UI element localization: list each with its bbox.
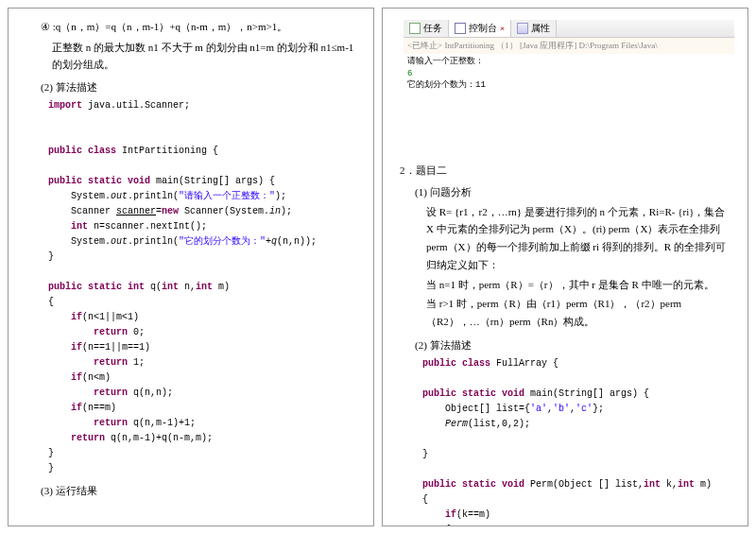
tab-tasks[interactable]: 任务 [404,20,449,37]
problem-analysis-label: (1) 问题分析 [415,185,734,199]
code-block-left: import java.util.Scanner; public class I… [22,98,360,476]
close-icon[interactable]: × [500,24,505,33]
console-icon [455,23,466,34]
tasks-icon [409,23,421,34]
formula-line: ④ :q（n，m）=q（n，m-1）+q（n-m，m），n>m>1。 [41,20,360,34]
tab-console[interactable]: 控制台 × [449,20,511,37]
console-panel: 任务 控制台 × 属性 <已终止> IntPartitioning （1） [J… [404,20,734,94]
formula-description: 正整数 n 的最大加数 n1 不大于 m 的划分由 n1=m 的划分和 n1≤m… [52,40,360,73]
problem-2-title: 2．题目二 [400,164,734,178]
tab-properties[interactable]: 属性 [511,20,557,37]
section-result: (3) 运行结果 [41,484,360,498]
code-block-right: public class FullArray { public static v… [396,356,734,526]
analysis-text-3: 当 r>1 时，perm（R）由（r1）perm（R1），（r2）perm（R2… [426,295,734,330]
analysis-text-1: 设 R= {r1，r2，…rn} 是要进行排列的 n 个元素，Ri=R- {ri… [426,203,734,274]
right-page: 任务 控制台 × 属性 <已终止> IntPartitioning （1） [J… [382,8,748,526]
properties-icon [517,23,528,34]
algorithm-label-2: (2) 算法描述 [415,338,734,353]
section-algorithm: (2) 算法描述 [41,80,360,95]
left-page: ④ :q（n，m）=q（n，m-1）+q（n-m，m），n>m>1。 正整数 n… [8,8,374,526]
analysis-text-2: 当 n=1 时，perm（R）=（r），其中 r 是集合 R 中唯一的元素。 [426,276,734,294]
console-run-header: <已终止> IntPartitioning （1） [Java 应用程序] D:… [404,38,734,54]
console-output: 请输入一个正整数： 6 它的划分个数为：11 [404,54,734,94]
console-tab-bar: 任务 控制台 × 属性 [404,20,734,38]
